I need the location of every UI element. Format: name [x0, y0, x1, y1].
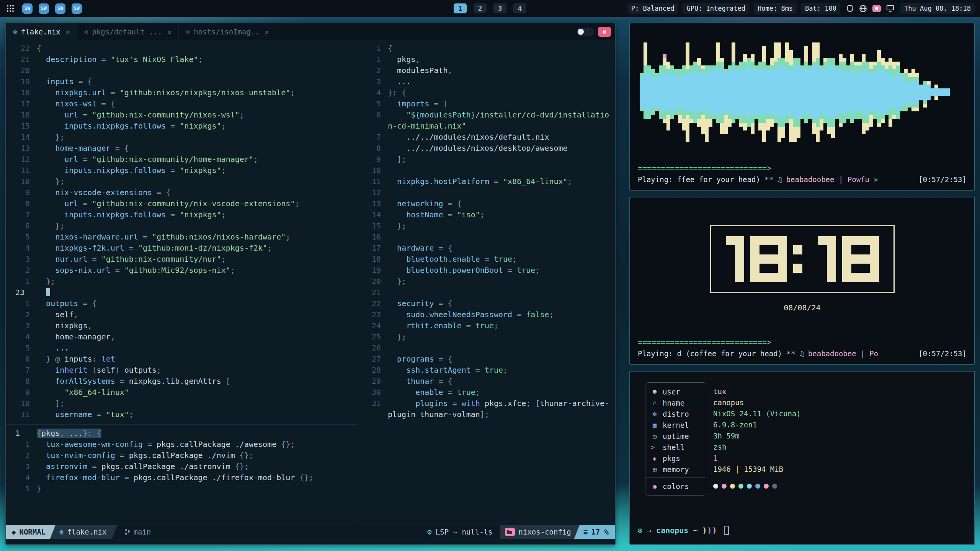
code-line[interactable]: 7 inputs.nixpkgs.follows = "nixpkgs";	[12, 209, 357, 220]
code-line[interactable]: 9 ];	[363, 154, 615, 165]
code-line[interactable]: 10 };	[12, 176, 357, 187]
code-line[interactable]: 3 nur.url = "github:nix-community/nur";	[12, 254, 357, 265]
close-button[interactable]: ×	[598, 27, 611, 37]
code-line[interactable]: 4 firefox-mod-blur = pkgs.callPackage ./…	[12, 472, 357, 483]
code-line[interactable]: 28 ssh.startAgent = true;	[363, 365, 615, 376]
prompt-chevron: )	[712, 526, 717, 535]
code-line[interactable]: 1{	[363, 43, 615, 54]
workspace-launcher-1[interactable]: SW	[22, 3, 33, 14]
code-line[interactable]: 20	[12, 65, 357, 76]
code-line[interactable]: 1 };	[12, 276, 357, 287]
code-line[interactable]: 18 bluetooth.enable = true;	[363, 254, 615, 265]
code-line[interactable]: 11 username = "tux";	[12, 409, 357, 420]
code-line[interactable]: 3 nixpkgs,	[12, 320, 357, 331]
code-line[interactable]: 2 tux-nvim-config = pkgs.callPackage ./n…	[12, 450, 357, 461]
code-line[interactable]: 12 url = "github:nix-community/home-mana…	[12, 154, 357, 165]
tab-close-icon[interactable]: ×	[265, 28, 269, 36]
code-line[interactable]: 14 hostName = "iso";	[363, 209, 615, 220]
tag-1[interactable]: 1	[454, 3, 467, 13]
terminal-window[interactable]: ☻user⌂hname❄distro▦kernel◷uptime>_shell◈…	[629, 371, 975, 545]
command-line[interactable]	[6, 539, 615, 544]
code-line[interactable]: 5 imports = [	[363, 98, 615, 109]
code-line[interactable]: 6 "${modulesPath}/installer/cd-dvd/insta…	[363, 109, 615, 121]
code-line[interactable]: 26	[363, 342, 615, 354]
editor-tab[interactable]: ❄flake.nix×	[6, 23, 77, 40]
code-line[interactable]: 6 } @ inputs: let	[12, 354, 357, 365]
code-line[interactable]: 25 };	[363, 331, 615, 342]
code-line[interactable]: 13 home-manager = {	[12, 143, 357, 154]
code-line[interactable]: 1 tux-awesome-wm-config = pkgs.callPacka…	[12, 439, 357, 450]
tab-close-icon[interactable]: ×	[168, 28, 172, 36]
code-line[interactable]: 15 inputs.nixpkgs.follows = "nixpkgs";	[12, 121, 357, 132]
workspace-launcher-4[interactable]: SW	[72, 3, 82, 14]
code-line[interactable]: 5 ...	[12, 342, 357, 354]
code-line[interactable]: 18 nixpkgs.url = "github:nixos/nixpkgs/n…	[12, 87, 357, 98]
code-line[interactable]: 11 inputs.nixpkgs.follows = "nixpkgs";	[12, 165, 357, 176]
code-line[interactable]: 23 sudo.wheelNeedsPassword = false;	[363, 309, 615, 320]
code-line[interactable]: 7 ../../modules/nixos/default.nix	[363, 132, 615, 143]
code-line[interactable]: 27 programs = {	[363, 354, 615, 365]
code-line[interactable]: 31 plugins = with pkgs.xfce; [thunar-arc…	[363, 398, 615, 409]
code-line[interactable]: 4 home-manager,	[12, 331, 357, 342]
code-line[interactable]: 7 inherit (self) outputs;	[12, 365, 357, 376]
code-line[interactable]: 17 nixos-wsl = {	[12, 98, 357, 109]
code-line[interactable]: 22 security = {	[363, 298, 615, 309]
code-line[interactable]: 8 ../../modules/nixos/desktop/awesome	[363, 143, 615, 154]
code-line[interactable]: plugin thunar-volman];	[363, 409, 615, 420]
code-line[interactable]: 16 url = "github:nix-community/nixos-wsl…	[12, 109, 357, 121]
code-line[interactable]: 19 bluetooth.powerOnBoot = true;	[363, 265, 615, 276]
monitor-icon[interactable]	[886, 5, 894, 12]
screenshot-icon[interactable]	[872, 5, 881, 12]
code-line[interactable]: 10 ];	[12, 398, 357, 409]
code-line[interactable]: 5}	[12, 483, 357, 494]
code-line[interactable]: 5 nixos-hardware.url = "github:nixos/nix…	[12, 231, 357, 243]
tag-2[interactable]: 2	[474, 3, 487, 13]
code-line[interactable]: 13 networking = {	[363, 198, 615, 209]
code-line[interactable]: 23	[12, 287, 357, 298]
code-line[interactable]: 16	[363, 231, 615, 243]
code-line[interactable]: 1 outputs = {	[12, 298, 357, 309]
code-line[interactable]: 29 thunar = {	[363, 376, 615, 387]
code-line[interactable]: 3 ...	[363, 76, 615, 87]
editor-tab[interactable]: ❄pkgs/default ...×	[77, 23, 179, 40]
code-line[interactable]: 2 modulesPath,	[363, 65, 615, 76]
code-line[interactable]: 9 nix-vscode-extensions = {	[12, 187, 357, 198]
workspace-launcher-2[interactable]: SW	[39, 3, 49, 14]
code-line[interactable]: 8 url = "github:nix-community/nix-vscode…	[12, 198, 357, 209]
line-number: 29	[363, 376, 381, 387]
code-line[interactable]: 21 description = "tux's NixOS Flake";	[12, 54, 357, 65]
code-line[interactable]: 4}: {	[363, 87, 615, 98]
shield-icon[interactable]	[846, 5, 854, 13]
globe-icon[interactable]	[859, 5, 867, 13]
shell-prompt[interactable]: ❆ → canopus ~ )))	[638, 526, 967, 536]
code-line[interactable]: 11 nixpkgs.hostPlatform = "x86_64-linux"…	[363, 176, 615, 187]
theme-toggle[interactable]	[577, 28, 594, 36]
code-line[interactable]: 30 enable = true;	[363, 387, 615, 398]
code-line[interactable]: 19 inputs = {	[12, 76, 357, 87]
code-line[interactable]: 2 sops-nix.url = "github:Mic92/sops-nix"…	[12, 265, 357, 276]
code-line[interactable]: 24 rtkit.enable = true;	[363, 320, 615, 331]
code-line[interactable]: 14 };	[12, 132, 357, 143]
tab-close-icon[interactable]: ×	[66, 28, 70, 36]
code-line[interactable]: 15 };	[363, 220, 615, 231]
tag-3[interactable]: 3	[493, 3, 506, 13]
code-line[interactable]: n-cd-minimal.nix"	[363, 121, 615, 132]
code-line[interactable]: 10	[363, 165, 615, 176]
code-line[interactable]: 21	[363, 287, 615, 298]
code-line[interactable]: 1 pkgs,	[363, 54, 615, 65]
tag-4[interactable]: 4	[513, 3, 526, 13]
workspace-launcher-3[interactable]: SW	[55, 3, 65, 14]
code-line[interactable]: 9 "x86_64-linux"	[12, 387, 357, 398]
code-line[interactable]: 2 self,	[12, 309, 357, 320]
code-line[interactable]: 17 hardware = {	[363, 243, 615, 254]
code-line[interactable]: 8 forAllSystems = nixpkgs.lib.genAttrs [	[12, 376, 357, 387]
code-line[interactable]: 1{pkgs, ...}: {	[12, 428, 357, 439]
app-launcher-icon[interactable]	[5, 3, 15, 13]
code-line[interactable]: 3 astronvim = pkgs.callPackage ./astronv…	[12, 461, 357, 472]
code-line[interactable]: 20 };	[363, 276, 615, 287]
editor-tab[interactable]: ❄hosts/isoImag..×	[179, 23, 276, 40]
code-line[interactable]: 6 };	[12, 220, 357, 231]
code-line[interactable]: 12	[363, 187, 615, 198]
code-line[interactable]: 4 nixpkgs-f2k.url = "github:moni-dz/nixp…	[12, 243, 357, 254]
code-line[interactable]: 22{	[12, 43, 357, 54]
